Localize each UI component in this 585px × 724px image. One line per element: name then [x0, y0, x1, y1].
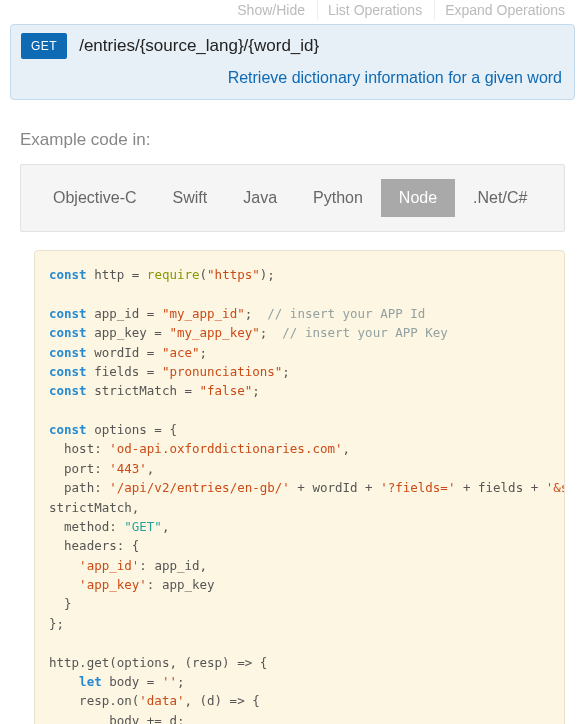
code-token: http = — [87, 267, 147, 282]
code-token: }; — [49, 616, 64, 631]
example-code-label: Example code in: — [20, 130, 575, 150]
code-token: const — [49, 306, 87, 321]
endpoint-row[interactable]: GET /entries/{source_lang}/{word_id} — [11, 25, 574, 59]
code-token: '' — [162, 674, 177, 689]
code-token: 'data' — [139, 693, 184, 708]
code-token: , — [147, 461, 155, 476]
tab-dotnet[interactable]: .Net/C# — [455, 179, 545, 217]
code-token: resp.on( — [49, 693, 139, 708]
code-token: body = — [102, 674, 162, 689]
code-token: let — [79, 674, 102, 689]
code-token: ; — [282, 364, 290, 379]
endpoint-path: /entries/{source_lang}/{word_id} — [79, 36, 319, 56]
code-token: ; — [177, 674, 185, 689]
tab-node[interactable]: Node — [381, 179, 455, 217]
code-token: const — [49, 325, 87, 340]
expand-operations-link[interactable]: Expand Operations — [434, 0, 575, 20]
code-token: , (d) => { — [184, 693, 259, 708]
code-token: const — [49, 345, 87, 360]
code-token: "GET" — [124, 519, 162, 534]
code-token: 'od-api.oxforddictionaries.com' — [109, 441, 342, 456]
code-token: 'app_id' — [79, 558, 139, 573]
code-token: : app_key — [147, 577, 215, 592]
code-token: options = { — [87, 422, 177, 437]
code-token: method: — [49, 519, 124, 534]
code-token: "my_app_id" — [162, 306, 245, 321]
endpoint-description: Retrieve dictionary information for a gi… — [11, 59, 574, 99]
code-token: } — [49, 596, 72, 611]
code-token: : app_id, — [139, 558, 207, 573]
tab-python[interactable]: Python — [295, 179, 381, 217]
code-token: "pronunciations" — [162, 364, 282, 379]
code-token: "false" — [200, 383, 253, 398]
code-token: body += d; — [49, 713, 184, 724]
code-token: ; — [200, 345, 208, 360]
show-hide-link[interactable]: Show/Hide — [227, 0, 315, 20]
code-token: strictMatch = — [87, 383, 200, 398]
code-token: "https" — [207, 267, 260, 282]
code-token: app_key = — [87, 325, 170, 340]
code-token: '?fields=' — [380, 480, 455, 495]
code-token: const — [49, 422, 87, 437]
tab-objective-c[interactable]: Objective-C — [35, 179, 155, 217]
code-example: const http = require("https"); const app… — [34, 250, 565, 724]
code-token: "my_app_key" — [169, 325, 259, 340]
list-operations-link[interactable]: List Operations — [317, 0, 432, 20]
code-token: http.get(options, (resp) => { — [49, 655, 267, 670]
tab-swift[interactable]: Swift — [155, 179, 226, 217]
code-token: + fields + — [455, 480, 545, 495]
code-token: wordId = — [87, 345, 162, 360]
endpoint-header: GET /entries/{source_lang}/{word_id} Ret… — [10, 24, 575, 100]
code-token: path: — [49, 480, 109, 495]
code-token: ; — [252, 383, 260, 398]
language-tabs: Objective-C Swift Java Python Node .Net/… — [20, 164, 565, 232]
code-token: ( — [200, 267, 208, 282]
code-token: , — [343, 441, 351, 456]
code-token: 'app_key' — [79, 577, 147, 592]
code-token: ); — [260, 267, 275, 282]
method-badge: GET — [21, 33, 67, 59]
code-token: + wordId + — [290, 480, 380, 495]
code-token: , — [162, 519, 170, 534]
tab-java[interactable]: Java — [225, 179, 295, 217]
code-token: const — [49, 267, 87, 282]
code-token: fields = — [87, 364, 162, 379]
code-token: port: — [49, 461, 109, 476]
code-token: app_id = — [87, 306, 162, 321]
top-links: Show/Hide List Operations Expand Operati… — [10, 0, 575, 24]
code-token: // insert your APP Key — [267, 325, 448, 340]
code-token: // insert your APP Id — [252, 306, 425, 321]
code-token: const — [49, 364, 87, 379]
code-token: strictMatch, — [49, 500, 139, 515]
code-token: headers: { — [49, 538, 139, 553]
code-token: host: — [49, 441, 109, 456]
code-token: '/api/v2/entries/en-gb/' — [109, 480, 290, 495]
code-token: require — [147, 267, 200, 282]
code-token: "ace" — [162, 345, 200, 360]
code-token: const — [49, 383, 87, 398]
code-token: '&strictMatch=' — [546, 480, 565, 495]
code-token: '443' — [109, 461, 147, 476]
